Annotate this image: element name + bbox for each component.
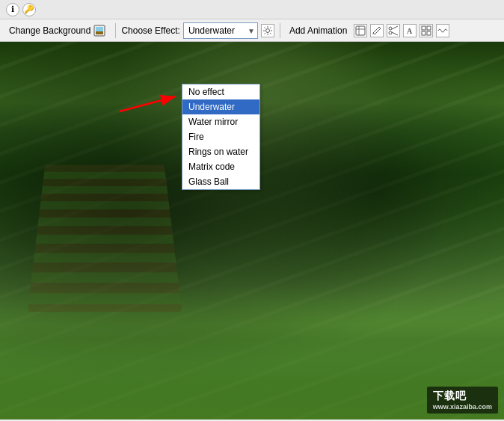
svg-rect-12	[422, 26, 425, 30]
stairs	[28, 165, 182, 311]
dropdown-item-rings-on-water[interactable]: Rings on water	[182, 144, 259, 159]
text-icon[interactable]: A	[403, 24, 417, 37]
svg-line-9	[392, 26, 398, 29]
svg-point-3	[265, 28, 269, 32]
choose-effect-label: Choose Effect:	[121, 25, 180, 36]
effect-dropdown-menu: No effect Underwater Water mirror Fire R…	[182, 84, 260, 190]
svg-rect-15	[427, 31, 431, 35]
dropdown-item-fire[interactable]: Fire	[182, 129, 259, 144]
toolbar: Change Background Choose Effect: No effe…	[0, 19, 504, 42]
svg-rect-14	[422, 31, 425, 35]
svg-text:A: A	[407, 27, 413, 35]
svg-rect-13	[427, 26, 431, 30]
dropdown-item-matrix-code[interactable]: Matrix code	[182, 159, 259, 174]
wave-icon[interactable]	[436, 24, 449, 37]
title-bar-icons: ℹ 🔑	[6, 3, 36, 16]
dropdown-item-underwater[interactable]: Underwater	[182, 99, 259, 114]
add-animation-button[interactable]: Add Animation	[286, 22, 351, 40]
settings-icon[interactable]	[261, 24, 274, 37]
arrow-indicator	[116, 93, 183, 115]
change-background-label: Change Background	[9, 25, 90, 36]
svg-rect-4	[356, 26, 365, 35]
scissors-icon[interactable]	[387, 24, 400, 37]
title-bar: ℹ 🔑	[0, 0, 504, 19]
watermark-line2: www.xiazaiba.com	[433, 403, 492, 411]
dropdown-item-glass-ball[interactable]: Glass Ball	[182, 174, 259, 189]
dropdown-item-water-mirror[interactable]: Water mirror	[182, 114, 259, 129]
effect-select[interactable]: No effect Underwater Water mirror Fire R…	[183, 22, 258, 39]
dropdown-item-no-effect[interactable]: No effect	[182, 84, 259, 99]
svg-rect-2	[96, 31, 103, 34]
watermark-line1: 下载吧	[433, 390, 492, 403]
svg-line-17	[120, 96, 176, 111]
pencil-icon[interactable]	[370, 24, 384, 37]
animation-icon-1[interactable]	[354, 24, 367, 37]
svg-line-10	[392, 32, 398, 35]
change-background-button[interactable]: Change Background	[4, 22, 110, 40]
add-animation-label: Add Animation	[289, 25, 347, 36]
separator-1	[115, 23, 116, 38]
main-area: No effect Underwater Water mirror Fire R…	[0, 42, 504, 420]
watermark: 下载吧 www.xiazaiba.com	[427, 387, 498, 414]
background-icon	[93, 25, 105, 37]
info-icon[interactable]: ℹ	[6, 3, 19, 16]
key-icon[interactable]: 🔑	[22, 3, 36, 16]
grid-icon[interactable]	[420, 24, 433, 37]
effect-select-wrapper[interactable]: No effect Underwater Water mirror Fire R…	[183, 22, 258, 39]
separator-2	[280, 23, 280, 38]
svg-point-7	[389, 27, 392, 30]
svg-point-8	[389, 31, 392, 34]
